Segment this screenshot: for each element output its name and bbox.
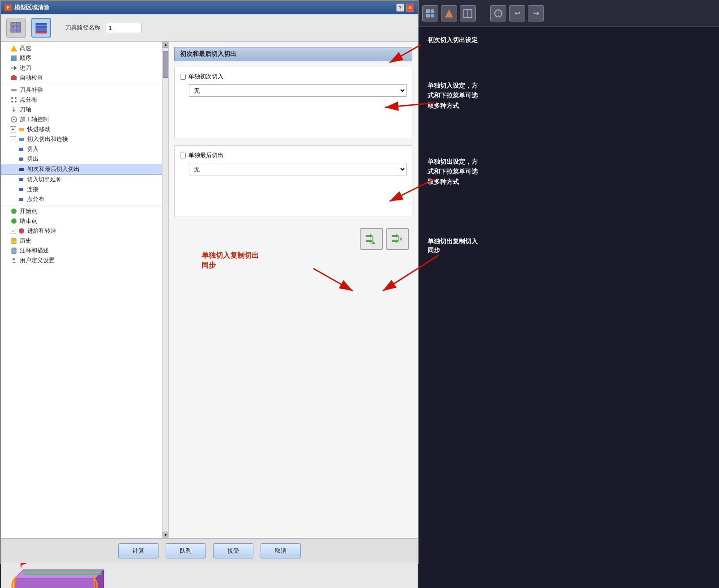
tree-item-zhushi[interactable]: 注释和描述 (1, 246, 168, 256)
queue-button[interactable]: 队列 (166, 543, 206, 558)
tree-label: 快进移动 (27, 125, 51, 133)
copy-entry-to-exit-btn[interactable] (360, 228, 383, 250)
tree-label: 点分布 (27, 195, 44, 203)
main-dialog: P 模型区域清除 ? ✕ 刀具路径名称 (0, 0, 419, 564)
last-exit-checkbox-row: 单独最后切出 (180, 151, 407, 159)
svg-rect-9 (11, 55, 17, 61)
svg-rect-41 (366, 235, 370, 237)
annotation-1: 初次切入切出设定 (428, 36, 478, 45)
last-exit-label[interactable]: 单独最后切出 (188, 151, 223, 159)
svg-point-20 (15, 101, 17, 102)
jiubuchang-icon (10, 86, 18, 94)
svg-rect-29 (19, 168, 24, 171)
qieru-icon (17, 145, 25, 153)
tree-item-shunxu[interactable]: 顺序 (1, 53, 168, 63)
tree-item-gaosu[interactable]: 高速 (1, 43, 168, 53)
svg-rect-30 (19, 178, 23, 181)
svg-rect-39 (12, 248, 16, 254)
tree-item-dienfenbu[interactable]: 点分布 (1, 95, 168, 105)
svg-rect-28 (19, 158, 23, 161)
annotation-3: 单独切出设定，方 式和下拉菜单可选 取多种方式 (428, 157, 478, 187)
tree-item-chucihe[interactable]: 初次和最后切入切出 (1, 164, 168, 175)
title-bar: P 模型区域清除 ? ✕ (1, 1, 418, 14)
scroll-up[interactable]: ▲ (163, 42, 169, 48)
tree-scrollbar[interactable]: ▲ ▼ (162, 42, 168, 538)
first-entry-checkbox[interactable] (180, 74, 186, 80)
chucihe-icon (17, 165, 26, 173)
help-button[interactable]: ? (396, 4, 404, 12)
annotation-panel: ↩ ↪ 初次切入切出设定 单独切入设定，方 式和下拉菜单可选 取多种方式 单独切… (419, 0, 719, 588)
tree-item-qieru[interactable]: 切入 (1, 144, 168, 154)
title-controls: ? ✕ (396, 4, 414, 12)
tree-item-yansheng[interactable]: 切入切出延伸 (1, 175, 168, 184)
scroll-thumb[interactable] (163, 51, 168, 78)
tree-item-lianjie[interactable]: 连接 (1, 184, 168, 194)
svg-rect-4 (36, 23, 47, 25)
tree-label: 刀轴 (20, 106, 31, 114)
first-entry-label[interactable]: 单独初次切入 (188, 72, 223, 81)
toolbar-btn-1[interactable] (422, 5, 438, 21)
top-toolbar: ↩ ↪ (419, 0, 719, 27)
tree-item-dienfenbu2[interactable]: 点分布 (1, 194, 168, 204)
first-entry-select[interactable]: 无 (189, 84, 407, 97)
tree-item-jingei[interactable]: + 进给和转速 (1, 226, 168, 236)
svg-point-35 (19, 228, 24, 234)
expand-kuaijin[interactable]: + (10, 126, 16, 132)
svg-rect-25 (19, 128, 24, 131)
svg-rect-27 (19, 148, 23, 151)
cancel-button[interactable]: 取消 (261, 543, 301, 558)
tree-item-zidong[interactable]: 自动检查 (1, 73, 168, 83)
annotation-4: 单独切出复制切入同步 (428, 237, 478, 255)
toolbar-btn-3[interactable] (460, 5, 476, 21)
tree-item-lishi[interactable]: 历史 (1, 236, 168, 246)
toolbar-btn-2[interactable] (441, 5, 457, 21)
tree-item-jiubuchang[interactable]: 刀具补偿 (1, 85, 168, 95)
expand-qierujiechu[interactable]: - (10, 136, 16, 142)
copy-exit-to-entry-btn[interactable] (386, 228, 409, 250)
calc-button[interactable]: 计算 (118, 543, 158, 558)
last-exit-checkbox[interactable] (180, 153, 186, 158)
view-icon-btn[interactable] (6, 18, 26, 38)
section-header: 初次和最后切入切出 (174, 47, 412, 61)
toolbar-btn-4[interactable] (490, 5, 506, 21)
tree-item-jieshudian[interactable]: 结束点 (1, 216, 168, 226)
tree-item-qiechu[interactable]: 切出 (1, 154, 168, 164)
svg-rect-32 (19, 198, 23, 201)
tree-item-kaishidian[interactable]: 开始点 (1, 206, 168, 216)
svg-rect-7 (36, 31, 47, 33)
tree-item-jindao[interactable]: 进刀 (1, 63, 168, 73)
svg-marker-65 (445, 9, 453, 17)
tree-label: 初次和最后切入切出 (27, 165, 80, 173)
zhushi-icon (10, 247, 18, 255)
svg-rect-54 (14, 579, 95, 588)
last-exit-select[interactable]: 无 (189, 163, 407, 175)
accept-button[interactable]: 接受 (213, 543, 253, 558)
svg-point-33 (11, 209, 17, 214)
lianjie-icon (17, 185, 25, 193)
settings-icon-btn[interactable] (31, 18, 51, 38)
svg-rect-31 (19, 188, 23, 191)
name-input[interactable] (106, 23, 141, 33)
svg-marker-52 (400, 237, 402, 241)
close-button[interactable]: ✕ (406, 4, 414, 12)
tree-item-kuaijin[interactable]: + 快进移动 (1, 124, 168, 134)
tree-label: 进给和转速 (27, 227, 56, 235)
tree-label: 开始点 (20, 207, 37, 215)
svg-point-40 (13, 258, 15, 260)
tree-item-qierujiechu[interactable]: - 切入切出和连接 (1, 134, 168, 144)
toolbar-btn-5[interactable]: ↩ (509, 5, 525, 21)
svg-marker-22 (12, 110, 16, 112)
yansheng-icon (17, 175, 25, 183)
tree-label: 注释和描述 (20, 247, 49, 255)
svg-rect-5 (36, 26, 47, 28)
toolbar-btn-6[interactable]: ↪ (528, 5, 544, 21)
lishi-icon (10, 237, 18, 245)
scroll-down[interactable]: ▼ (163, 532, 169, 538)
dienfenbu-icon (10, 96, 18, 104)
tree-item-jiagong[interactable]: 加工轴控制 (1, 115, 168, 124)
tree-label: 刀具补偿 (20, 86, 43, 94)
tree-item-yonghu[interactable]: 用户定义设置 (1, 256, 168, 265)
tree-item-daozhou[interactable]: 刀轴 (1, 105, 168, 115)
svg-point-17 (11, 97, 13, 99)
expand-jingei[interactable]: + (10, 228, 16, 234)
